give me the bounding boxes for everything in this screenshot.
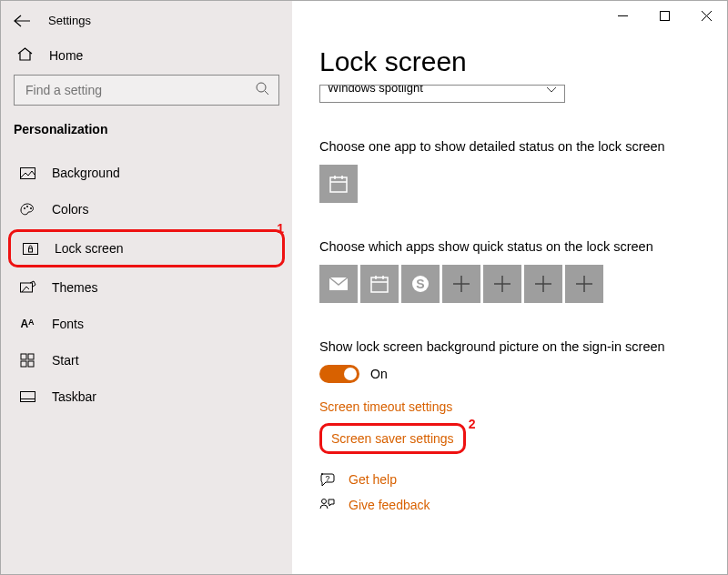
svg-point-39 (322, 499, 327, 504)
quick-status-label: Choose which apps show quick status on t… (319, 239, 727, 254)
detailed-status-label: Choose one app to show detailed status o… (319, 139, 727, 154)
nav-label: Taskbar (52, 389, 96, 404)
lock-screen-icon (22, 243, 38, 255)
sidebar-item-home[interactable]: Home (1, 42, 292, 75)
annotation-1: 1 (277, 221, 284, 236)
sidebar-section-title: Personalization (1, 122, 292, 155)
svg-point-4 (257, 83, 266, 92)
app-tile-calendar[interactable] (319, 165, 358, 203)
svg-rect-14 (28, 354, 34, 359)
nav-label: Background (52, 166, 120, 180)
svg-rect-11 (28, 248, 32, 252)
start-icon (19, 354, 35, 368)
nav-label: Start (52, 353, 79, 368)
sidebar-item-background[interactable]: Background (1, 155, 292, 191)
svg-point-8 (26, 206, 28, 207)
get-help-row[interactable]: ? Get help (319, 472, 727, 487)
feedback-icon (319, 498, 336, 512)
themes-icon (19, 281, 35, 295)
toggle-state-label: On (370, 367, 388, 381)
main-content: Lock screen Windows spotlight Choose one… (292, 1, 727, 574)
app-tile-mail[interactable] (319, 265, 358, 303)
svg-rect-6 (20, 167, 35, 178)
detailed-status-apps (319, 165, 727, 203)
page-title: Lock screen (319, 46, 727, 77)
nav-label: Themes (52, 280, 98, 295)
app-tile-add-4[interactable] (565, 265, 603, 303)
search-box[interactable] (14, 75, 279, 106)
home-icon (17, 47, 33, 64)
signin-bg-toggle-row: On (319, 365, 727, 383)
svg-rect-24 (371, 277, 388, 292)
svg-rect-17 (20, 392, 35, 402)
app-tile-skype[interactable]: S (401, 265, 440, 303)
sidebar-item-colors[interactable]: Colors (1, 191, 292, 227)
dropdown-value: Windows spotlight (328, 85, 423, 94)
svg-rect-19 (330, 177, 347, 192)
svg-text:?: ? (325, 474, 329, 483)
link-screen-saver-wrapper: 2 Screen saver settings (319, 423, 466, 454)
taskbar-icon (19, 391, 35, 402)
window-title: Settings (48, 14, 91, 27)
annotation-2: 2 (469, 417, 476, 431)
link-screen-timeout[interactable]: Screen timeout settings (319, 399, 727, 414)
search-input[interactable] (24, 82, 224, 98)
link-screen-saver[interactable]: Screen saver settings (331, 431, 454, 446)
svg-rect-13 (21, 354, 26, 359)
fonts-icon: AA (19, 318, 35, 330)
background-dropdown[interactable]: Windows spotlight (319, 85, 565, 103)
sidebar-item-start[interactable]: Start (1, 342, 292, 378)
settings-window: Settings Home Personalization Background (0, 0, 728, 575)
nav-label: Fonts (52, 317, 84, 331)
svg-rect-12 (20, 283, 32, 292)
app-tile-add-3[interactable] (524, 265, 562, 303)
sidebar: Settings Home Personalization Background (1, 1, 292, 574)
app-tile-add-2[interactable] (483, 265, 521, 303)
title-bar: Settings (1, 10, 292, 42)
give-feedback-row[interactable]: Give feedback (319, 498, 727, 512)
search-icon (256, 82, 269, 98)
palette-icon (19, 203, 35, 217)
app-tile-add-1[interactable] (442, 265, 480, 303)
sidebar-item-fonts[interactable]: AA Fonts (1, 306, 292, 342)
nav-label: Lock screen (55, 241, 123, 256)
svg-line-5 (265, 91, 268, 95)
feedback-label: Give feedback (349, 498, 430, 512)
svg-point-7 (24, 207, 25, 209)
svg-rect-15 (21, 361, 26, 367)
svg-point-9 (30, 207, 32, 209)
sidebar-item-taskbar[interactable]: Taskbar (1, 378, 292, 415)
back-button[interactable] (14, 15, 30, 27)
app-tile-calendar-2[interactable] (360, 265, 399, 303)
chevron-down-icon (546, 85, 557, 96)
signin-bg-label: Show lock screen background picture on t… (319, 339, 727, 354)
picture-icon (19, 167, 35, 179)
help-icon: ? (319, 472, 336, 487)
home-label: Home (49, 48, 83, 63)
quick-status-apps: S (319, 265, 727, 303)
help-label: Get help (349, 472, 397, 487)
svg-rect-16 (28, 361, 34, 367)
sidebar-item-lock-screen[interactable]: 1 Lock screen (8, 229, 285, 267)
signin-bg-toggle[interactable] (319, 365, 359, 383)
sidebar-item-themes[interactable]: Themes (1, 269, 292, 306)
nav-label: Colors (52, 202, 88, 217)
svg-text:S: S (416, 277, 424, 291)
